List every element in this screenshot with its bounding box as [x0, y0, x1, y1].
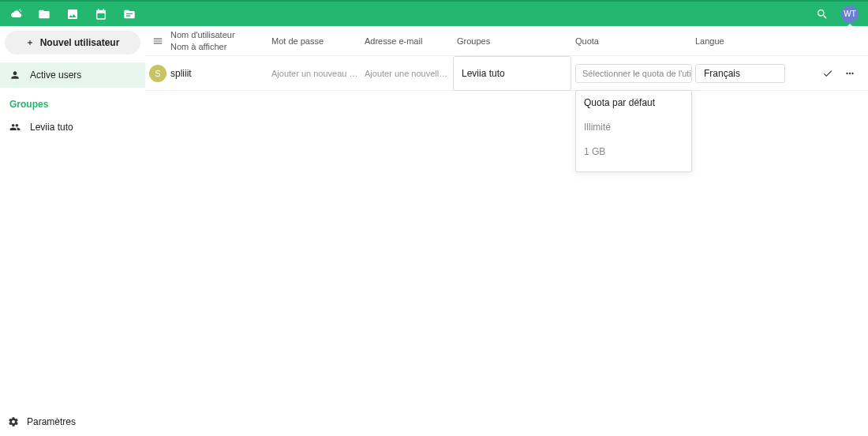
user-row-language[interactable]: Français: [695, 64, 785, 83]
quota-option[interactable]: Quota par défaut: [576, 91, 691, 115]
active-users-label: Active users: [30, 70, 81, 81]
col-password: Mot de passe: [271, 36, 365, 46]
groups-select[interactable]: Leviia tuto: [453, 56, 571, 91]
col-quota: Quota: [575, 36, 695, 46]
new-user-label: Nouvel utilisateur: [40, 37, 120, 48]
calendar-icon[interactable]: [95, 8, 107, 21]
quota-option[interactable]: 1 GB: [576, 140, 691, 164]
confirm-icon[interactable]: [822, 68, 833, 79]
sidebar-settings[interactable]: Paramètres: [0, 408, 145, 436]
sidebar-groups-heading: Groupes: [0, 88, 145, 115]
table-header: Nom d'utilisateur Nom à afficher Mot de …: [145, 26, 868, 56]
user-row-email[interactable]: Ajouter une nouvelle adresse e-mail: [365, 69, 457, 78]
topbar-left: [9, 8, 136, 21]
layout: Nouvel utilisateur Active users Groupes …: [0, 26, 868, 436]
top-bar: WT: [0, 0, 868, 26]
quota-select[interactable]: Sélectionner le quota de l'utilisateur: [575, 64, 692, 83]
language-select[interactable]: Français: [695, 64, 785, 83]
search-icon[interactable]: [816, 8, 829, 21]
sidebar-group-item[interactable]: Leviia tuto: [0, 115, 145, 140]
col-username: Nom d'utilisateur Nom à afficher: [170, 29, 271, 52]
gear-icon: [8, 416, 19, 427]
app-logo[interactable]: [9, 8, 22, 21]
user-row-quota[interactable]: Sélectionner le quota de l'utilisateur Q…: [575, 64, 695, 83]
group-icon: [9, 122, 21, 133]
user-row-avatar: S: [149, 65, 166, 82]
row-actions: [785, 68, 868, 79]
photos-icon[interactable]: [66, 8, 79, 21]
settings-label: Paramètres: [27, 416, 76, 427]
plus-icon: [26, 39, 34, 47]
menu-icon: [152, 36, 163, 47]
col-groups: Groupes: [457, 36, 575, 46]
topbar-right: WT: [816, 6, 859, 23]
quota-dropdown: Quota par défaut Illimité 1 GB 5 GB: [575, 90, 692, 172]
main-content: Nom d'utilisateur Nom à afficher Mot de …: [145, 26, 868, 436]
files-icon[interactable]: [38, 8, 51, 21]
quota-option[interactable]: 5 GB: [576, 164, 691, 171]
more-icon[interactable]: [844, 68, 855, 79]
toggle-menu-button[interactable]: [145, 36, 170, 47]
new-user-button[interactable]: Nouvel utilisateur: [5, 31, 140, 54]
user-icon: [9, 70, 21, 81]
sidebar-item-active-users[interactable]: Active users: [0, 62, 145, 88]
sidebar: Nouvel utilisateur Active users Groupes …: [0, 26, 145, 436]
user-row: S spliiit Ajouter un nouveau mot de pass…: [145, 56, 868, 91]
col-email: Adresse e-mail: [365, 36, 457, 46]
user-row-password[interactable]: Ajouter un nouveau mot de passe: [271, 69, 365, 78]
col-language: Langue: [695, 36, 774, 46]
sidebar-group-label: Leviia tuto: [30, 122, 73, 133]
user-row-username[interactable]: spliiit: [170, 68, 271, 79]
activity-icon[interactable]: [123, 8, 136, 21]
quota-option[interactable]: Illimité: [576, 115, 691, 140]
user-avatar[interactable]: WT: [841, 6, 859, 23]
